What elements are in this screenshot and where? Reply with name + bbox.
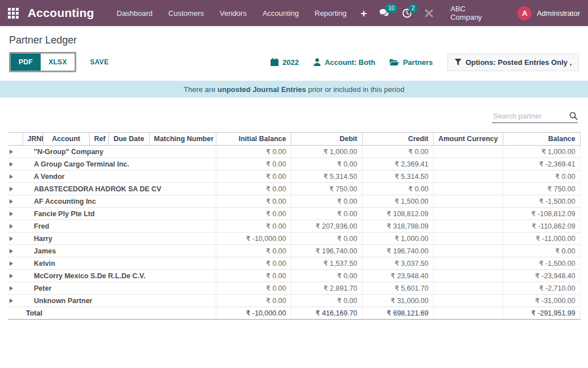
credit-cell: ₹ 0.00 [362, 183, 433, 195]
partner-name: McCorry Mexico S.De R.L.De C.V. [23, 270, 216, 282]
amount-currency-cell [433, 270, 503, 282]
balance-cell: ₹ -1,500.00 [503, 195, 580, 208]
partner-name: Peter [23, 282, 216, 295]
expand-caret-icon[interactable] [10, 261, 13, 266]
amount-currency-cell [433, 282, 503, 295]
user-menu[interactable]: A Administrator [504, 6, 580, 20]
table-row[interactable]: Fancie Ply Pte Ltd ₹ 0.00 ₹ 0.00 ₹ 108,8… [8, 208, 580, 220]
apps-grid-icon[interactable] [8, 8, 19, 19]
user-avatar: A [517, 6, 532, 20]
menu-item-accounting[interactable]: Accounting [255, 0, 307, 27]
table-row[interactable]: James ₹ 0.00 ₹ 196,740.00 ₹ 196,740.00 ₹… [8, 245, 580, 257]
initial-balance-cell: ₹ 0.00 [216, 282, 291, 295]
partner-name: Kelvin [23, 257, 216, 270]
initial-balance-cell: ₹ 0.00 [216, 270, 291, 282]
menu-item-reporting[interactable]: Reporting [307, 0, 354, 27]
table-row[interactable]: Harry ₹ -10,000.00 ₹ 0.00 ₹ 1,000.00 ₹ -… [8, 233, 580, 245]
expand-caret-icon[interactable] [10, 224, 13, 229]
calendar-icon [271, 58, 278, 66]
plus-icon: + [360, 8, 367, 19]
table-row[interactable]: AF Accounting Inc ₹ 0.00 ₹ 0.00 ₹ 1,500.… [8, 195, 580, 208]
save-button[interactable]: SAVE [86, 58, 112, 67]
search-partner-input[interactable] [492, 111, 559, 121]
table-row[interactable]: Unknown Partner ₹ 0.00 ₹ 0.00 ₹ 31,000.0… [8, 295, 580, 307]
debit-cell: ₹ 0.00 [291, 158, 362, 170]
debit-cell: ₹ 207,936.00 [291, 220, 362, 233]
partner-name: ABASTECEDORA HADROK SA DE CV [23, 183, 216, 195]
menu-item-customers[interactable]: Customers [160, 0, 212, 27]
pdf-button[interactable]: PDF [11, 54, 41, 71]
balance-cell: ₹ 0.00 [503, 245, 580, 257]
table-row[interactable]: ABASTECEDORA HADROK SA DE CV ₹ 0.00 ₹ 75… [8, 183, 580, 195]
page-title: Partner Ledger [9, 34, 588, 46]
search-icon[interactable] [569, 112, 578, 120]
expand-caret-icon[interactable] [10, 286, 13, 291]
initial-balance-cell: ₹ 0.00 [216, 295, 291, 307]
total-debit: ₹ 416,169.70 [291, 307, 362, 320]
expand-caret-icon[interactable] [10, 187, 13, 191]
balance-cell: ₹ -23,948.40 [503, 270, 580, 282]
debit-cell: ₹ 196,740.00 [291, 245, 362, 257]
messages-count-badge: 10 [385, 4, 397, 13]
filter-partners[interactable]: Partners [390, 58, 433, 67]
initial-balance-cell: ₹ 0.00 [216, 220, 291, 233]
amount-currency-cell [433, 170, 503, 183]
credit-cell: ₹ 5,314.50 [362, 170, 433, 183]
expand-caret-icon[interactable] [10, 150, 13, 154]
amount-currency-cell [433, 208, 503, 220]
debit-cell: ₹ 0.00 [291, 195, 362, 208]
expand-caret-icon[interactable] [10, 162, 13, 167]
table-row[interactable]: Kelvin ₹ 0.00 ₹ 1,537.50 ₹ 3,037.50 ₹ -1… [8, 257, 580, 270]
filter-date-range[interactable]: 2022 [271, 58, 299, 67]
quick-create-button[interactable]: + [354, 0, 373, 27]
expand-caret-icon[interactable] [10, 174, 13, 179]
messages-button[interactable]: 10 [373, 0, 396, 27]
menu-item-dashboard[interactable]: Dashboard [109, 0, 161, 27]
expand-caret-icon[interactable] [10, 212, 13, 216]
filter-options[interactable]: Options: Posted Entries Only , [447, 54, 579, 71]
initial-balance-cell: ₹ 0.00 [216, 195, 291, 208]
debit-cell: ₹ 0.00 [291, 270, 362, 282]
user-icon [313, 58, 321, 66]
initial-balance-cell: ₹ 0.00 [216, 183, 291, 195]
table-row[interactable]: A Group Cargo Terminal Inc. ₹ 0.00 ₹ 0.0… [8, 158, 580, 170]
xlsx-button[interactable]: XLSX [41, 54, 75, 71]
top-navbar: Accounting Dashboard Customers Vendors A… [0, 0, 588, 27]
debit-cell: ₹ 0.00 [291, 233, 362, 245]
table-row[interactable]: Peter ₹ 0.00 ₹ 2,891.70 ₹ 5,601.70 ₹ -2,… [8, 282, 580, 295]
activities-count-badge: 2 [408, 4, 417, 13]
balance-cell: ₹ 750.00 [503, 183, 580, 195]
table-header-row: JRNL Account Ref Due Date Matching Numbe… [8, 133, 580, 146]
table-row[interactable]: A Vendor ₹ 0.00 ₹ 5,314.50 ₹ 5,314.50 ₹ … [8, 170, 580, 183]
menu-item-vendors[interactable]: Vendors [212, 0, 255, 27]
total-balance: ₹ -291,951.99 [503, 307, 580, 320]
debit-cell: ₹ 0.00 [291, 295, 362, 307]
total-credit: ₹ 698,121.69 [362, 307, 433, 320]
expand-caret-icon[interactable] [10, 274, 13, 278]
amount-currency-cell [433, 257, 503, 270]
filter-account-type[interactable]: Account: Both [313, 58, 376, 67]
total-initial-balance: ₹ -10,000.00 [216, 307, 291, 320]
table-row[interactable]: Fred ₹ 0.00 ₹ 207,936.00 ₹ 318,798.09 ₹ … [8, 220, 580, 233]
activities-button[interactable]: 2 [396, 0, 418, 27]
expand-caret-icon[interactable] [10, 249, 13, 253]
unposted-entries-link[interactable]: unposted Journal Entries [217, 85, 306, 94]
amount-currency-cell [433, 220, 503, 233]
debit-cell: ₹ 2,891.70 [291, 282, 362, 295]
initial-balance-cell: ₹ 0.00 [216, 208, 291, 220]
systray: + 10 2 ABC Company A Administrator [354, 0, 580, 27]
table-row[interactable]: McCorry Mexico S.De R.L.De C.V. ₹ 0.00 ₹… [8, 270, 580, 282]
balance-cell: ₹ -2,710.00 [503, 282, 580, 295]
debug-tools-button[interactable] [418, 0, 440, 27]
company-switcher[interactable]: ABC Company [440, 5, 504, 21]
report-filters: 2022 Account: Both Partners Options: Pos… [256, 54, 579, 71]
app-brand-title: Accounting [28, 6, 94, 20]
main-menu: Dashboard Customers Vendors Accounting R… [109, 0, 355, 27]
credit-cell: ₹ 31,000.00 [362, 295, 433, 307]
table-row[interactable]: "N-Group" Company ₹ 0.00 ₹ 1,000.00 ₹ 0.… [8, 146, 580, 158]
expand-caret-icon[interactable] [10, 236, 13, 241]
expand-caret-icon[interactable] [10, 199, 13, 204]
balance-cell: ₹ -1,500.00 [503, 257, 580, 270]
expand-caret-icon[interactable] [10, 299, 13, 303]
debit-cell: ₹ 1,000.00 [291, 146, 362, 158]
